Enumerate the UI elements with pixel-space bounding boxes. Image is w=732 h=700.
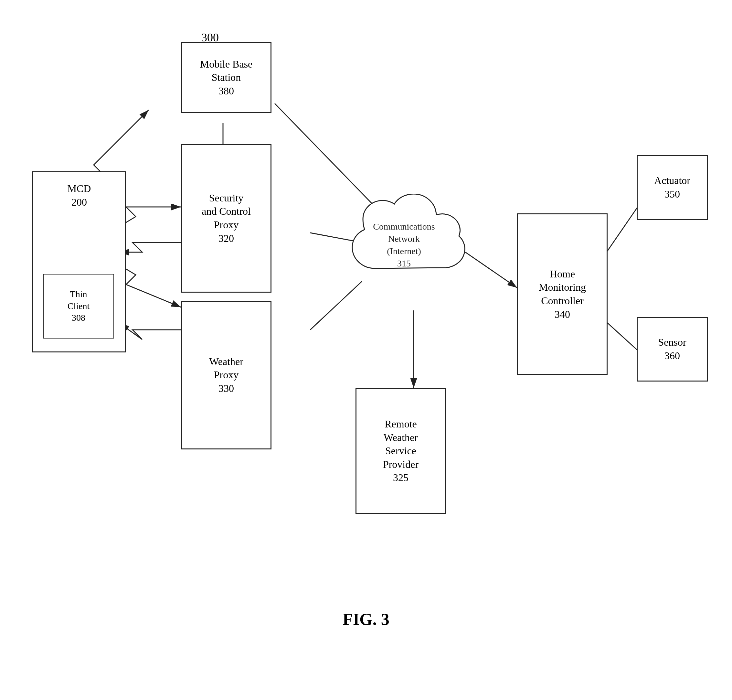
svg-text:Communications: Communications	[373, 222, 435, 231]
weather-proxy-box: WeatherProxy330	[181, 301, 271, 449]
home-monitoring-controller-box: HomeMonitoringController340	[517, 213, 607, 375]
svg-text:(Internet): (Internet)	[387, 246, 421, 256]
actuator-box: Actuator350	[637, 155, 708, 220]
weather-proxy-label: WeatherProxy330	[209, 355, 244, 396]
diagram-container: 300 MCD200 ThinClient308 Mobile BaseStat…	[0, 0, 732, 700]
mobile-base-station-box: Mobile BaseStation380	[181, 42, 271, 113]
home-monitoring-controller-label: HomeMonitoringController340	[539, 268, 586, 321]
svg-line-9	[604, 320, 640, 352]
sensor-label: Sensor360	[658, 335, 686, 362]
remote-weather-box: RemoteWeatherServiceProvider325	[355, 388, 446, 514]
thin-client-label: ThinClient308	[67, 288, 89, 324]
figure-label: FIG. 3	[343, 610, 389, 629]
security-control-proxy-label: Securityand ControlProxy320	[202, 191, 251, 245]
svg-text:Network: Network	[388, 234, 420, 244]
communications-network: Communications Network (Internet) 315	[343, 194, 465, 297]
svg-line-6	[465, 252, 517, 288]
remote-weather-label: RemoteWeatherServiceProvider325	[383, 418, 418, 485]
actuator-label: Actuator350	[654, 174, 690, 201]
svg-line-8	[604, 204, 640, 256]
mobile-base-station-label: Mobile BaseStation380	[200, 57, 253, 98]
sensor-box: Sensor360	[637, 317, 708, 381]
thin-client-box: ThinClient308	[43, 274, 114, 338]
mcd-box: MCD200 ThinClient308	[32, 171, 126, 352]
security-control-proxy-box: Securityand ControlProxy320	[181, 144, 271, 293]
svg-text:315: 315	[397, 258, 411, 268]
